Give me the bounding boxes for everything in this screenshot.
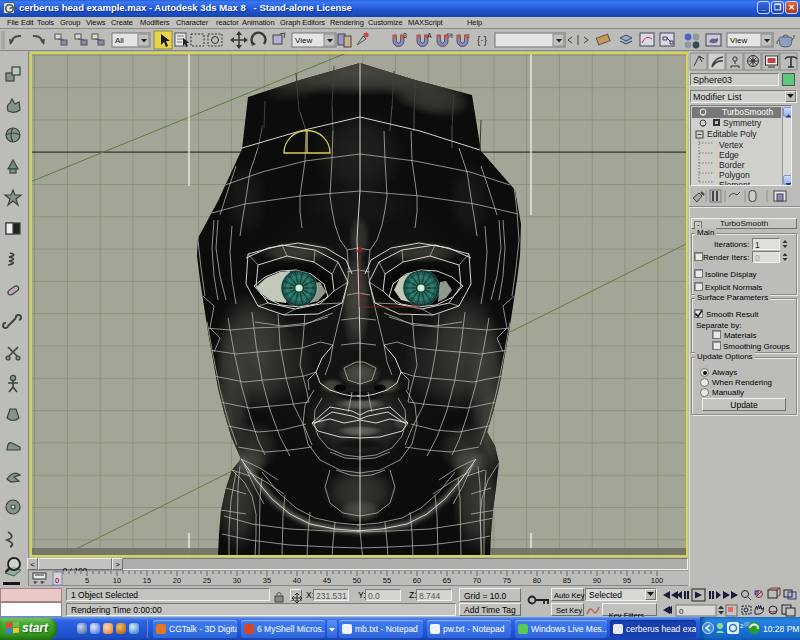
svg-text:10:28 PM: 10:28 PM xyxy=(763,624,799,634)
svg-text:0: 0 xyxy=(679,607,684,616)
svg-text:70: 70 xyxy=(473,576,481,585)
svg-text:100: 100 xyxy=(651,576,664,585)
svg-text:50: 50 xyxy=(353,576,361,585)
svg-text:%: % xyxy=(447,32,453,39)
svg-text:↕: ↕ xyxy=(467,32,471,39)
svg-text:20: 20 xyxy=(173,576,181,585)
svg-text:95: 95 xyxy=(623,576,631,585)
svg-text:0: 0 xyxy=(55,576,59,585)
svg-text:{·}: {·} xyxy=(477,35,488,46)
svg-text:80: 80 xyxy=(533,576,541,585)
svg-text:All: All xyxy=(115,36,124,45)
svg-text:65: 65 xyxy=(443,576,451,585)
svg-text:55: 55 xyxy=(383,576,391,585)
svg-text:10: 10 xyxy=(113,576,121,585)
svg-text:75: 75 xyxy=(503,576,511,585)
svg-text:View: View xyxy=(295,36,312,45)
svg-text:15: 15 xyxy=(143,576,151,585)
svg-text:35: 35 xyxy=(263,576,271,585)
svg-text:25: 25 xyxy=(203,576,211,585)
svg-text:3: 3 xyxy=(403,32,407,39)
svg-text:60: 60 xyxy=(413,576,421,585)
svg-text:View: View xyxy=(730,36,747,45)
svg-text:90: 90 xyxy=(593,576,601,585)
svg-text:45: 45 xyxy=(323,576,331,585)
svg-text:40: 40 xyxy=(293,576,301,585)
svg-text:30: 30 xyxy=(233,576,241,585)
svg-text:5: 5 xyxy=(85,576,89,585)
svg-text:85: 85 xyxy=(563,576,571,585)
svg-text:A: A xyxy=(427,32,432,39)
